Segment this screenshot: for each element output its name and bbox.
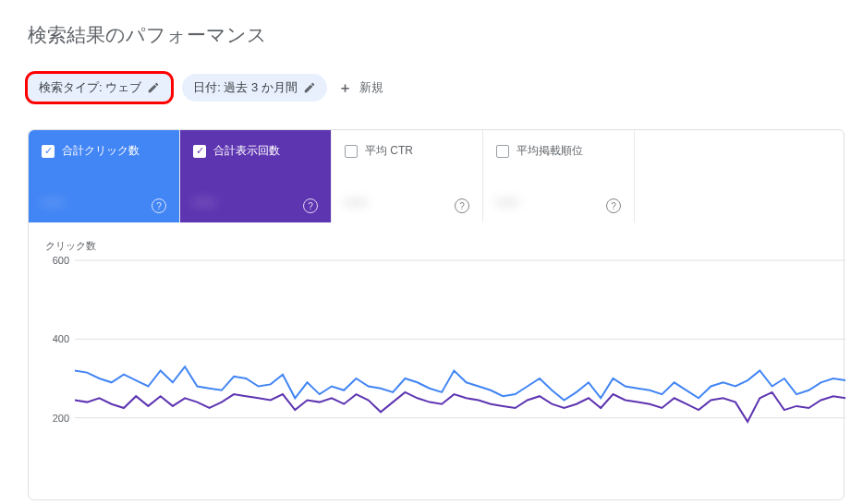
add-filter-label: 新規 <box>359 79 383 96</box>
metric-value: — <box>193 187 215 213</box>
help-icon[interactable]: ? <box>303 198 318 213</box>
metric-total-impressions[interactable]: ✓ 合計表示回数 — ? <box>180 130 332 222</box>
plus-icon: ＋ <box>338 79 352 97</box>
svg-text:600: 600 <box>53 257 69 266</box>
metric-label: 合計クリック数 <box>62 143 140 159</box>
metric-value: — <box>496 187 518 213</box>
metric-value: — <box>345 187 367 213</box>
filter-bar: 検索タイプ: ウェブ 日付: 過去 3 か月間 ＋ 新規 <box>0 48 863 102</box>
metric-avg-ctr[interactable]: 平均 CTR — ? <box>332 130 483 222</box>
checkbox-checked-icon: ✓ <box>42 145 55 158</box>
add-filter-button[interactable]: ＋ 新規 <box>338 79 383 97</box>
checkbox-checked-icon: ✓ <box>193 145 206 158</box>
metric-label: 平均 CTR <box>365 143 413 159</box>
help-icon[interactable]: ? <box>152 198 166 213</box>
page-title: 検索結果のパフォーマンス <box>0 0 863 48</box>
chart-title: クリック数 <box>45 239 844 253</box>
filter-search-type[interactable]: 検索タイプ: ウェブ <box>28 74 171 102</box>
metric-label: 平均掲載順位 <box>517 143 583 159</box>
metric-total-clicks[interactable]: ✓ 合計クリック数 — ? <box>29 130 180 222</box>
metrics-row: ✓ 合計クリック数 — ? ✓ 合計表示回数 — ? 平均 CTR <box>29 130 844 222</box>
metric-avg-position[interactable]: 平均掲載順位 — ? <box>483 130 635 222</box>
metric-head: ✓ 合計表示回数 <box>193 143 318 159</box>
svg-text:400: 400 <box>53 333 69 344</box>
checkbox-unchecked-icon <box>496 145 509 158</box>
svg-text:200: 200 <box>53 413 69 424</box>
help-icon[interactable]: ? <box>455 198 469 213</box>
metric-value: — <box>42 187 64 213</box>
help-icon[interactable]: ? <box>606 198 621 213</box>
filter-date[interactable]: 日付: 過去 3 か月間 <box>182 74 327 102</box>
performance-card: ✓ 合計クリック数 — ? ✓ 合計表示回数 — ? 平均 CTR <box>28 129 845 500</box>
pencil-icon <box>303 81 316 94</box>
metric-head: 平均 CTR <box>345 143 469 159</box>
chart-area: クリック数 600400200 <box>29 222 844 499</box>
metric-head: ✓ 合計クリック数 <box>42 143 166 159</box>
filter-date-label: 日付: 過去 3 か月間 <box>193 79 298 96</box>
metric-head: 平均掲載順位 <box>496 143 621 159</box>
line-chart: 600400200 <box>45 257 845 497</box>
filter-search-type-label: 検索タイプ: ウェブ <box>39 79 141 96</box>
metric-label: 合計表示回数 <box>213 143 280 159</box>
pencil-icon <box>147 81 160 94</box>
checkbox-unchecked-icon <box>345 145 358 158</box>
